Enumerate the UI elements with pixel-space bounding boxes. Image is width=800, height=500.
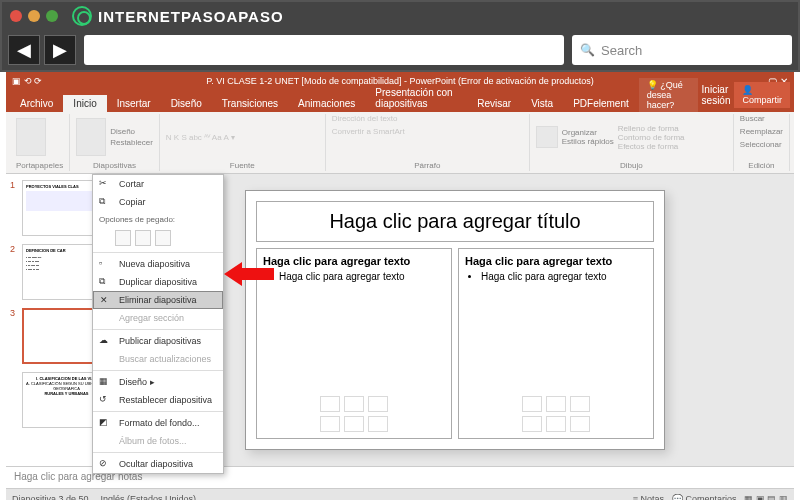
online-pic-icon[interactable]	[546, 416, 566, 432]
outline-btn[interactable]: Contorno de forma	[618, 133, 685, 142]
duplicate-icon: ⧉	[99, 276, 111, 288]
cm-actualizaciones: Buscar actualizaciones	[93, 350, 223, 368]
tell-me-input[interactable]: 💡 ¿Qué desea hacer?	[639, 78, 698, 112]
fill-btn[interactable]: Relleno de forma	[618, 124, 685, 133]
group-edicion: Edición	[740, 160, 783, 171]
publish-icon: ☁	[99, 335, 111, 347]
cm-ocultar[interactable]: ⊘Ocultar diapositiva	[93, 455, 223, 473]
cm-paste-header: Opciones de pegado:	[93, 211, 223, 228]
url-input[interactable]	[84, 35, 564, 65]
close-dot[interactable]	[10, 10, 22, 22]
cm-nueva[interactable]: ▫Nueva diapositiva	[93, 255, 223, 273]
new-slide-icon: ▫	[99, 258, 111, 270]
slide-editor[interactable]: Haga clic para agregar título Haga clic …	[245, 190, 665, 450]
brand-icon	[72, 6, 92, 26]
cm-restablecer[interactable]: ↺Restablecer diapositiva	[93, 391, 223, 409]
signin-link[interactable]: Iniciar sesión	[702, 84, 731, 106]
cm-seccion: Agregar sección	[93, 309, 223, 327]
copy-icon: ⧉	[99, 196, 111, 208]
tab-insertar[interactable]: Insertar	[107, 95, 161, 112]
tab-archivo[interactable]: Archivo	[10, 95, 63, 112]
table-icon[interactable]	[320, 396, 340, 412]
slide-context-menu: ✂Cortar ⧉Copiar Opciones de pegado: ▫Nue…	[92, 174, 224, 474]
title-placeholder[interactable]: Haga clic para agregar título	[256, 201, 654, 242]
content-placeholder-right[interactable]: Haga clic para agregar texto Haga clic p…	[458, 248, 654, 439]
max-dot[interactable]	[46, 10, 58, 22]
hide-icon: ⊘	[99, 458, 111, 470]
chart-icon[interactable]	[344, 396, 364, 412]
group-fuente: Fuente	[166, 160, 319, 171]
share-button[interactable]: 👤 Compartir	[734, 82, 790, 108]
status-bar: Diapositiva 3 de 50 Inglés (Estados Unid…	[6, 488, 794, 500]
brand-text: INTERNETPASOAPASO	[98, 8, 284, 25]
view-buttons[interactable]: ▦ ▣ ▤ ▥	[744, 494, 788, 501]
group-parrafo: Párrafo	[332, 160, 523, 171]
layout-icon: ▦	[99, 376, 111, 388]
group-dibujo: Dibujo	[536, 160, 727, 171]
shapes-gallery[interactable]	[536, 126, 558, 148]
select-btn[interactable]: Seleccionar	[740, 140, 782, 149]
cm-fondo[interactable]: ◩Formato del fondo...	[93, 414, 223, 432]
slide-counter: Diapositiva 3 de 50	[12, 494, 89, 501]
forward-button[interactable]: ▶	[44, 35, 76, 65]
window-title: P. VI CLASE 1-2 UNET [Modo de compatibil…	[206, 76, 593, 86]
layout-btn[interactable]: Diseño	[110, 127, 153, 136]
picture-icon[interactable]	[320, 416, 340, 432]
text-direction[interactable]: Dirección del texto	[332, 114, 398, 123]
ribbon-tabs: Archivo Inicio Insertar Diseño Transicio…	[6, 90, 794, 112]
reset-icon: ↺	[99, 394, 111, 406]
tab-transiciones[interactable]: Transiciones	[212, 95, 288, 112]
reset-btn[interactable]: Restablecer	[110, 138, 153, 147]
cm-publicar[interactable]: ☁Publicar diapositivas	[93, 332, 223, 350]
delete-icon: ✕	[100, 295, 112, 307]
browser-nav: ◀ ▶ Search	[2, 30, 798, 70]
red-arrow-annotation	[224, 260, 274, 288]
replace-btn[interactable]: Reemplazar	[740, 127, 783, 136]
arrange-btn[interactable]: Organizar	[562, 128, 614, 137]
search-input[interactable]: Search	[572, 35, 792, 65]
back-button[interactable]: ◀	[8, 35, 40, 65]
cm-copiar[interactable]: ⧉Copiar	[93, 193, 223, 211]
video-icon[interactable]	[368, 416, 388, 432]
group-diapositivas: Diapositivas	[76, 160, 153, 171]
effects-btn[interactable]: Efectos de forma	[618, 142, 685, 151]
styles-btn[interactable]: Estilos rápidos	[562, 137, 614, 146]
quickaccess-icons[interactable]: ▣ ⟲ ⟳	[12, 76, 42, 86]
table-icon[interactable]	[522, 396, 542, 412]
tab-diseno[interactable]: Diseño	[161, 95, 212, 112]
background-icon: ◩	[99, 417, 111, 429]
paste-option-3[interactable]	[155, 230, 171, 246]
cm-eliminar[interactable]: ✕Eliminar diapositiva	[93, 291, 223, 309]
language-indicator[interactable]: Inglés (Estados Unidos)	[101, 494, 197, 501]
tab-pdfelement[interactable]: PDFelement	[563, 95, 639, 112]
cm-paste-options	[93, 228, 223, 250]
cm-duplicar[interactable]: ⧉Duplicar diapositiva	[93, 273, 223, 291]
picture-icon[interactable]	[522, 416, 542, 432]
smartart-icon[interactable]	[570, 396, 590, 412]
paste-option-1[interactable]	[115, 230, 131, 246]
min-dot[interactable]	[28, 10, 40, 22]
svg-marker-0	[224, 262, 274, 286]
mac-titlebar: INTERNETPASOAPASO	[2, 2, 798, 30]
online-pic-icon[interactable]	[344, 416, 364, 432]
tab-vista[interactable]: Vista	[521, 95, 563, 112]
chart-icon[interactable]	[546, 396, 566, 412]
comments-toggle[interactable]: 💬 Comentarios	[672, 494, 737, 501]
cm-album: Álbum de fotos...	[93, 432, 223, 450]
tab-inicio[interactable]: Inicio	[63, 95, 106, 112]
find-btn[interactable]: Buscar	[740, 114, 765, 123]
new-slide-button[interactable]	[76, 118, 106, 156]
cut-icon: ✂	[99, 178, 111, 190]
cm-cortar[interactable]: ✂Cortar	[93, 175, 223, 193]
smartart-btn[interactable]: Convertir a SmartArt	[332, 127, 405, 136]
notes-toggle[interactable]: ≡ Notas	[633, 494, 664, 501]
paste-option-2[interactable]	[135, 230, 151, 246]
tab-revisar[interactable]: Revisar	[467, 95, 521, 112]
video-icon[interactable]	[570, 416, 590, 432]
smartart-icon[interactable]	[368, 396, 388, 412]
tab-animaciones[interactable]: Animaciones	[288, 95, 365, 112]
cm-diseno[interactable]: ▦Diseño ▸	[93, 373, 223, 391]
content-placeholder-left[interactable]: Haga clic para agregar texto Haga clic p…	[256, 248, 452, 439]
paste-button[interactable]	[16, 118, 46, 156]
tab-presentacion[interactable]: Presentación con diapositivas	[365, 84, 467, 112]
